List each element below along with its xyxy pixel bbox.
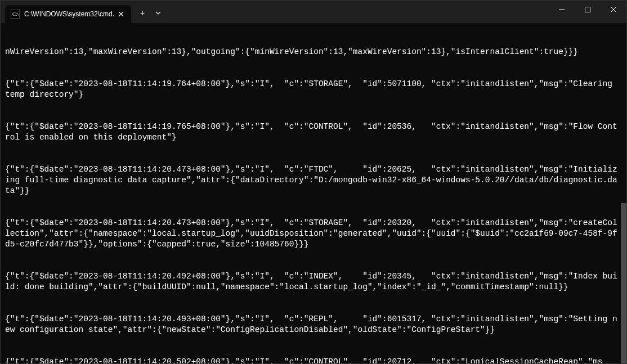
tab-dropdown-button[interactable] bbox=[151, 4, 165, 22]
tab-title: C:\WINDOWS\system32\cmd. bbox=[24, 10, 114, 18]
tab-active[interactable]: C:\ C:\WINDOWS\system32\cmd. bbox=[5, 5, 131, 23]
log-line: nWireVersion":13,"maxWireVersion":13},"o… bbox=[5, 47, 622, 57]
maximize-button[interactable] bbox=[575, 1, 601, 19]
scrollbar-thumb[interactable] bbox=[621, 203, 626, 364]
log-line: {"t":{"$date":"2023-08-18T11:14:20.492+0… bbox=[5, 271, 622, 293]
titlebar: C:\ C:\WINDOWS\system32\cmd. + bbox=[1, 1, 626, 23]
svg-text:C:\: C:\ bbox=[12, 11, 19, 17]
log-line: {"t":{"$date":"2023-08-18T11:14:20.473+0… bbox=[5, 164, 622, 196]
log-line: {"t":{"$date":"2023-08-18T11:14:20.473+0… bbox=[5, 218, 622, 250]
tab-close-button[interactable] bbox=[117, 10, 126, 19]
log-line: {"t":{"$date":"2023-08-18T11:14:19.764+0… bbox=[5, 79, 622, 100]
log-line: {"t":{"$date":"2023-08-18T11:14:20.493+0… bbox=[5, 314, 622, 335]
window-controls bbox=[549, 1, 626, 23]
minimize-button[interactable] bbox=[549, 1, 575, 19]
cmd-icon: C:\ bbox=[11, 10, 20, 19]
log-line: {"t":{"$date":"2023-08-18T11:14:19.765+0… bbox=[5, 122, 622, 143]
new-tab-button[interactable]: + bbox=[133, 4, 151, 22]
log-line: {"t":{"$date":"2023-08-18T11:14:20.502+0… bbox=[5, 357, 622, 364]
terminal-output[interactable]: nWireVersion":13,"maxWireVersion":13},"o… bbox=[1, 23, 626, 364]
close-window-button[interactable] bbox=[601, 1, 626, 19]
svg-rect-5 bbox=[585, 7, 590, 12]
